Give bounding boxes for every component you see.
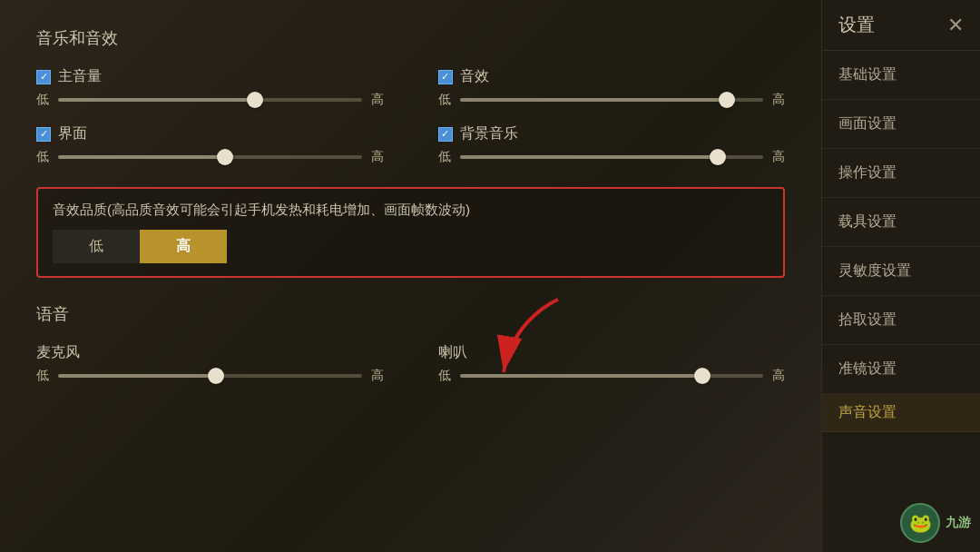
- slider-track-sound-effect[interactable]: [460, 98, 764, 102]
- voice-sliders-grid: 麦克风 低 高 喇叭: [36, 343, 785, 384]
- slider-microphone: 麦克风 低 高: [36, 343, 384, 384]
- slider-track-bg-music[interactable]: [460, 155, 764, 159]
- quality-description: 音效品质(高品质音效可能会引起手机发热和耗电增加、画面帧数波动): [53, 202, 769, 219]
- main-panel: 音乐和音效 ✓ 主音量 低 高: [0, 0, 821, 552]
- quality-btn-low[interactable]: 低: [53, 230, 140, 263]
- slider-sound-effect: ✓ 音效 低 高: [438, 67, 786, 108]
- logo-icon: 🐸: [900, 503, 940, 543]
- arrow-indicator: [485, 291, 576, 403]
- sidebar-title: 设置: [838, 13, 875, 37]
- checkbox-bg-music[interactable]: ✓: [438, 127, 453, 142]
- slider-main-volume: ✓ 主音量 低 高: [36, 67, 384, 108]
- logo-text: 九游: [946, 515, 971, 531]
- sidebar-item-basic[interactable]: 基础设置: [822, 51, 980, 100]
- sidebar: 设置 ✕ 基础设置 画面设置 操作设置 载具设置 灵敏度设置 拾取设置 准镜设置…: [821, 0, 980, 552]
- quality-buttons: 低 高: [53, 230, 769, 263]
- checkbox-interface[interactable]: ✓: [36, 127, 51, 142]
- close-button[interactable]: ✕: [947, 15, 964, 35]
- sidebar-header: 设置 ✕: [822, 0, 980, 51]
- sidebar-item-audio-partial: 声音设置: [822, 394, 980, 432]
- slider-label-main-volume: ✓ 主音量: [36, 67, 384, 86]
- sidebar-item-vehicle[interactable]: 载具设置: [822, 198, 980, 247]
- logo-area: 🐸 九游: [822, 494, 980, 552]
- slider-track-interface[interactable]: [58, 155, 362, 159]
- sidebar-item-control[interactable]: 操作设置: [822, 149, 980, 198]
- sidebar-item-scope[interactable]: 准镜设置: [822, 345, 980, 394]
- slider-label-bg-music: ✓ 背景音乐: [438, 124, 786, 143]
- slider-interface: ✓ 界面 低 高: [36, 124, 384, 165]
- section-title-voice: 语音: [36, 303, 785, 325]
- sliders-grid: ✓ 主音量 低 高 ✓ 音效 低: [36, 67, 785, 165]
- slider-track-microphone[interactable]: [58, 374, 362, 378]
- quality-box: 音效品质(高品质音效可能会引起手机发热和耗电增加、画面帧数波动) 低 高: [36, 187, 785, 278]
- slider-label-microphone: 麦克风: [36, 343, 384, 362]
- slider-track-main-volume[interactable]: [58, 98, 362, 102]
- checkbox-main-volume[interactable]: ✓: [36, 70, 51, 84]
- sidebar-item-pickup[interactable]: 拾取设置: [822, 296, 980, 345]
- slider-bg-music: ✓ 背景音乐 低 高: [438, 124, 786, 165]
- slider-label-sound-effect: ✓ 音效: [438, 67, 786, 86]
- checkbox-sound-effect[interactable]: ✓: [438, 70, 453, 84]
- sidebar-item-display[interactable]: 画面设置: [822, 100, 980, 149]
- quality-btn-high[interactable]: 高: [140, 230, 227, 263]
- sidebar-item-sensitivity[interactable]: 灵敏度设置: [822, 247, 980, 296]
- slider-label-interface: ✓ 界面: [36, 124, 384, 143]
- voice-section: 语音 麦克风 低 高: [36, 303, 785, 384]
- section-title-music: 音乐和音效: [36, 27, 785, 49]
